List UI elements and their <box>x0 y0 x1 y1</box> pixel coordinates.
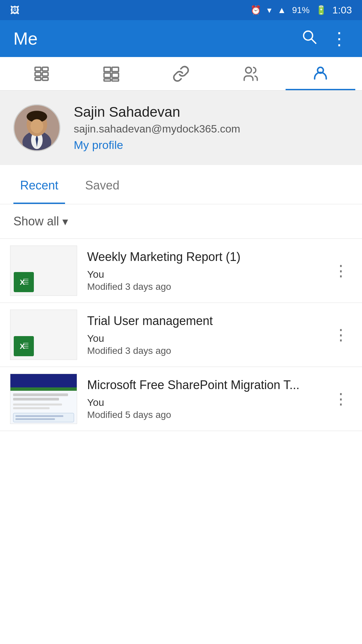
svg-rect-12 <box>104 79 111 81</box>
tab-people[interactable] <box>216 57 286 90</box>
show-all-button[interactable]: Show all ▾ <box>0 204 362 239</box>
photo-icon: 🖼 <box>10 5 19 16</box>
svg-rect-9 <box>112 67 119 71</box>
svg-rect-11 <box>112 73 119 77</box>
file-modified-time-2: Modified 3 days ago <box>87 345 320 356</box>
svg-rect-4 <box>35 72 41 76</box>
svg-point-22 <box>31 119 43 133</box>
svg-rect-34 <box>23 348 28 348</box>
file-name-3: Microsoft Free SharePoint Migration T... <box>87 377 320 393</box>
svg-rect-13 <box>112 79 119 81</box>
status-bar: 🖼 ⏰ ▾ ▲ 91% 🔋 1:03 <box>0 0 362 20</box>
battery-icon: 🔋 <box>316 5 326 15</box>
profile-info: Sajin Sahadevan sajin.sahadevan@mydock36… <box>74 104 349 152</box>
file-modifier-1: You <box>87 269 320 280</box>
file-modifier-3: You <box>87 397 320 408</box>
content-tabs: Recent Saved <box>0 168 362 204</box>
tab-profile[interactable] <box>286 57 355 90</box>
svg-point-14 <box>246 67 251 73</box>
svg-rect-26 <box>23 280 28 281</box>
avatar <box>13 104 60 151</box>
excel-icon: X <box>14 272 34 292</box>
profile-name: Sajin Sahadevan <box>74 104 349 120</box>
file-name-2: Trial User management <box>87 313 320 329</box>
tab-links[interactable] <box>146 57 216 90</box>
file-more-button-1[interactable]: ⋮ <box>330 262 352 280</box>
svg-rect-3 <box>42 67 48 71</box>
svg-rect-32 <box>23 344 28 345</box>
profile-email: sajin.sahadevan@mydock365.com <box>74 123 349 135</box>
svg-rect-10 <box>104 73 111 77</box>
file-thumbnail-2: X <box>10 310 77 360</box>
file-more-button-3[interactable]: ⋮ <box>330 390 352 408</box>
file-thumbnail-3: W <box>10 374 77 424</box>
my-profile-link[interactable]: My profile <box>74 139 123 151</box>
svg-line-1 <box>311 39 316 43</box>
file-name-1: Weekly Marketing Report (1) <box>87 249 320 265</box>
search-button[interactable] <box>302 29 317 48</box>
app-bar-actions: ⋮ <box>302 29 349 49</box>
wifi-icon: ▾ <box>267 5 272 15</box>
more-options-button[interactable]: ⋮ <box>330 29 349 49</box>
svg-rect-33 <box>23 346 28 347</box>
tab-recent[interactable]: Recent <box>13 168 65 204</box>
file-info-3: Microsoft Free SharePoint Migration T...… <box>87 377 320 421</box>
chevron-down-icon: ▾ <box>62 215 68 228</box>
list-item[interactable]: X Weekly Marketing Report (1) You Modifi… <box>0 239 362 303</box>
svg-rect-28 <box>23 284 28 284</box>
file-modified-time-3: Modified 5 days ago <box>87 410 320 420</box>
file-thumbnail-1: X <box>10 246 77 296</box>
nav-tabs <box>0 57 362 91</box>
tab-saved[interactable]: Saved <box>78 168 126 204</box>
svg-rect-2 <box>35 67 41 71</box>
tab-news-feed[interactable] <box>7 57 76 90</box>
battery-percent: 91% <box>292 5 310 15</box>
list-item[interactable]: X Trial User management You Modified 3 d… <box>0 303 362 367</box>
svg-rect-31 <box>23 343 28 343</box>
app-bar: Me ⋮ <box>0 20 362 57</box>
file-modifier-2: You <box>87 333 320 344</box>
app-title: Me <box>13 29 38 49</box>
svg-rect-25 <box>23 279 28 279</box>
svg-rect-5 <box>42 72 48 76</box>
file-info-2: Trial User management You Modified 3 day… <box>87 313 320 357</box>
file-info-1: Weekly Marketing Report (1) You Modified… <box>87 249 320 292</box>
svg-rect-6 <box>35 77 41 80</box>
file-more-button-2[interactable]: ⋮ <box>330 326 352 344</box>
svg-rect-27 <box>23 282 28 283</box>
excel-icon-2: X <box>14 336 34 356</box>
tab-grid-view[interactable] <box>76 57 146 90</box>
show-all-label: Show all <box>13 214 59 228</box>
status-time: 1:03 <box>333 4 352 16</box>
status-right: ⏰ ▾ ▲ 91% 🔋 1:03 <box>250 4 352 16</box>
svg-rect-8 <box>104 67 111 71</box>
status-left: 🖼 <box>10 5 19 16</box>
signal-icon: ▲ <box>278 5 286 15</box>
file-list: X Weekly Marketing Report (1) You Modifi… <box>0 239 362 431</box>
list-item[interactable]: W Microsoft Free SharePoint Migration T.… <box>0 367 362 431</box>
svg-rect-7 <box>42 77 48 80</box>
file-modified-time-1: Modified 3 days ago <box>87 281 320 292</box>
alarm-icon: ⏰ <box>250 5 261 15</box>
profile-section: Sajin Sahadevan sajin.sahadevan@mydock36… <box>0 91 362 165</box>
